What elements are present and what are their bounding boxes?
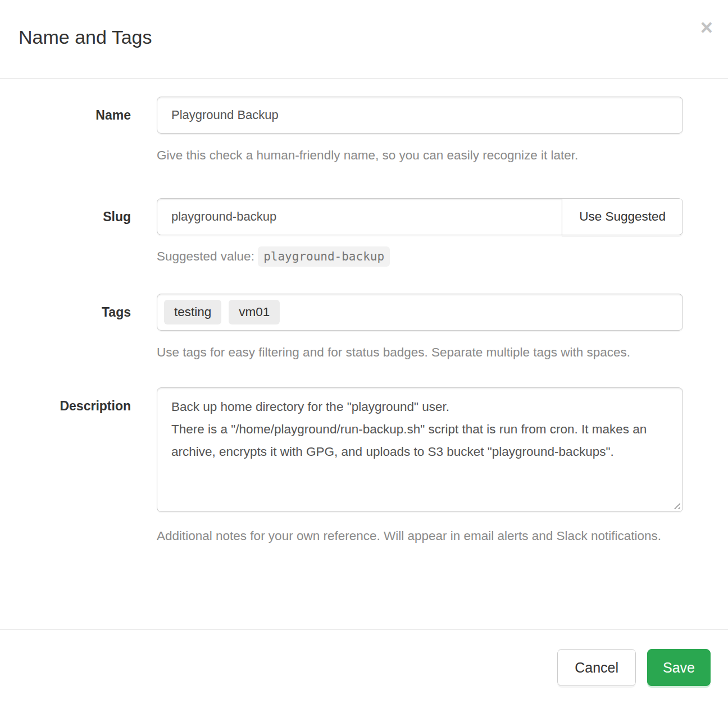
name-label: Name: [95, 97, 131, 122]
tag-chip: testing: [164, 300, 221, 324]
tags-input-box[interactable]: testing vm01: [157, 294, 683, 331]
tags-field-row: Tags testing vm01 Use tags for easy filt…: [0, 294, 728, 364]
modal-body: Name Give this check a human-friendly na…: [0, 79, 728, 629]
save-button[interactable]: Save: [647, 649, 711, 686]
suggested-value-code: playground-backup: [258, 246, 390, 267]
description-help-text: Additional notes for your own reference.…: [157, 525, 683, 547]
name-input[interactable]: [157, 97, 683, 134]
description-textarea[interactable]: Back up home directory for the "playgrou…: [157, 387, 683, 512]
tag-chip: vm01: [229, 300, 280, 324]
slug-input-group: Use Suggested: [157, 198, 683, 235]
tags-help-text: Use tags for easy filtering and for stat…: [157, 341, 683, 364]
cancel-button[interactable]: Cancel: [557, 649, 636, 686]
close-button[interactable]: ×: [700, 17, 713, 38]
modal-header: Name and Tags ×: [0, 0, 728, 79]
slug-suggested-line: Suggested value: playground-backup: [157, 246, 683, 267]
name-and-tags-modal: Name and Tags × Name Give this check a h…: [0, 0, 728, 704]
modal-title: Name and Tags: [19, 27, 709, 47]
suggested-value-prefix: Suggested value:: [157, 249, 254, 263]
tags-label: Tags: [102, 294, 131, 319]
description-field-row: Description Back up home directory for t…: [0, 387, 728, 547]
slug-label: Slug: [103, 198, 131, 224]
name-field-row: Name Give this check a human-friendly na…: [0, 97, 728, 167]
use-suggested-button[interactable]: Use Suggested: [562, 198, 683, 235]
slug-input[interactable]: [157, 198, 562, 235]
close-icon: ×: [700, 16, 713, 39]
description-label: Description: [60, 387, 131, 413]
name-help-text: Give this check a human-friendly name, s…: [157, 144, 683, 167]
slug-field-row: Slug Use Suggested Suggested value: play…: [0, 198, 728, 267]
modal-footer: Cancel Save: [0, 629, 728, 704]
